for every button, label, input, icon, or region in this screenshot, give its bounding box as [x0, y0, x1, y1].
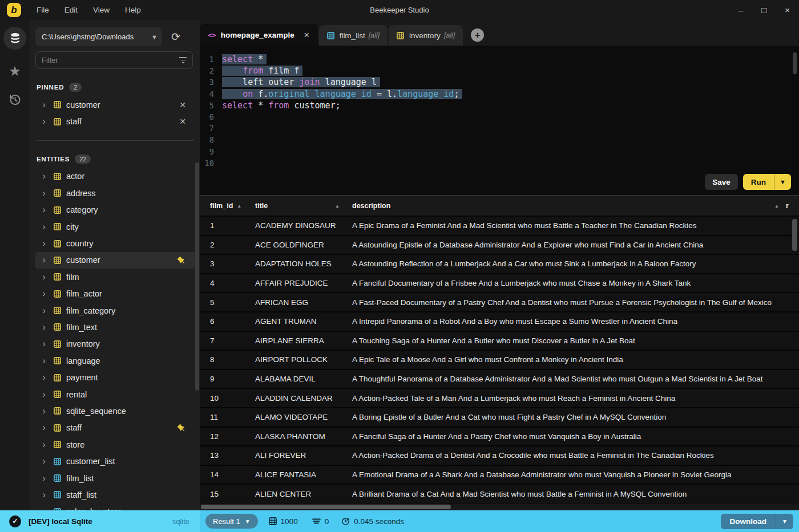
results-vertical-scrollbar[interactable]	[792, 219, 797, 251]
column-header-title[interactable]: title ▲	[249, 202, 346, 210]
cell-title[interactable]: ALASKA PHANTOM	[249, 432, 346, 441]
cell-film-id[interactable]: 4	[200, 279, 249, 287]
cell-description[interactable]: A Touching Saga of a Hunter And a Butler…	[346, 336, 799, 345]
cell-description[interactable]: A Boring Epistle of a Butler And a Cat w…	[346, 413, 799, 421]
table-row[interactable]: 9 ALABAMA DEVIL A Thoughtful Panorama of…	[200, 370, 799, 389]
cell-title[interactable]: ALIEN CENTER	[249, 490, 346, 498]
table-row[interactable]: 11 ALAMO VIDEOTAPE A Boring Epistle of a…	[200, 408, 799, 428]
database-tab-button[interactable]	[3, 27, 26, 50]
cell-film-id[interactable]: 1	[200, 221, 249, 230]
cell-title[interactable]: ADAPTATION HOLES	[249, 259, 346, 268]
sidebar-scrollbar[interactable]	[195, 163, 199, 391]
sidebar-item-city[interactable]: › city	[35, 218, 195, 235]
cell-description[interactable]: A Brilliant Drama of a Cat And a Mad Sci…	[346, 490, 799, 498]
table-row[interactable]: 12 ALASKA PHANTOM A Fanciful Saga of a H…	[200, 428, 799, 447]
sidebar-item-address[interactable]: › address	[35, 185, 195, 201]
tab-inventory[interactable]: inventory [all]	[389, 25, 463, 46]
cell-film-id[interactable]: 13	[200, 451, 249, 460]
pinned-item-customer[interactable]: › customer ✕	[35, 96, 195, 113]
table-row[interactable]: 7 AIRPLANE SIERRA A Touching Saga of a H…	[200, 332, 799, 351]
sidebar-item-customer[interactable]: › customer	[35, 252, 195, 269]
sidebar-item-category[interactable]: › category	[35, 202, 195, 218]
pin-icon[interactable]	[177, 257, 185, 264]
table-row[interactable]: 1 ACADEMY DINOSAUR A Epic Drama of a Fem…	[200, 217, 799, 236]
sidebar-item-country[interactable]: › country	[35, 235, 195, 251]
cell-title[interactable]: ACADEMY DINOSAUR	[249, 221, 346, 230]
connection-path-dropdown[interactable]: C:\Users\ghstng\Downloads ▼	[35, 27, 162, 46]
cell-description[interactable]: A Thoughtful Panorama of a Database Admi…	[346, 375, 799, 383]
cell-film-id[interactable]: 15	[200, 490, 249, 498]
menu-file[interactable]: File	[37, 6, 49, 14]
cell-title[interactable]: AFFAIR PREJUDICE	[249, 279, 346, 287]
cell-description[interactable]: A Action-Packed Tale of a Man And a Lumb…	[346, 394, 799, 403]
unpin-close-icon[interactable]: ✕	[179, 100, 186, 109]
sidebar-item-sqlite_sequence[interactable]: › sqlite_sequence	[35, 403, 195, 419]
table-row[interactable]: 10 ALADDIN CALENDAR A Action-Packed Tale…	[200, 389, 799, 408]
cell-title[interactable]: AIRPORT POLLOCK	[249, 355, 346, 364]
table-row[interactable]: 14 ALICE FANTASIA A Emotional Drama of a…	[200, 466, 799, 485]
cell-title[interactable]: ALI FOREVER	[249, 451, 346, 460]
cell-film-id[interactable]: 7	[200, 336, 249, 345]
chevron-right-icon[interactable]: ›	[39, 391, 49, 399]
column-header-clipped[interactable]: r	[786, 202, 799, 210]
download-options-caret-icon[interactable]: ▼	[776, 514, 793, 529]
sidebar-item-staff_list[interactable]: › staff_list	[35, 486, 195, 503]
chevron-right-icon[interactable]: ›	[39, 357, 49, 365]
cell-film-id[interactable]: 11	[200, 413, 249, 421]
chevron-right-icon[interactable]: ›	[39, 273, 49, 281]
download-button-label[interactable]: Download	[721, 514, 776, 529]
chevron-right-icon[interactable]: ›	[39, 101, 49, 109]
chevron-right-icon[interactable]: ›	[39, 189, 49, 197]
menu-view[interactable]: View	[93, 6, 110, 14]
cell-title[interactable]: ALICE FANTASIA	[249, 470, 346, 479]
close-icon[interactable]: ×	[785, 0, 790, 20]
table-row[interactable]: 15 ALIEN CENTER A Brilliant Drama of a C…	[200, 485, 799, 504]
cell-film-id[interactable]: 10	[200, 394, 249, 403]
tab-film_list[interactable]: film_list [all]	[319, 25, 388, 46]
sidebar-item-actor[interactable]: › actor	[35, 168, 195, 185]
cell-title[interactable]: ALAMO VIDEOTAPE	[249, 413, 346, 421]
menu-help[interactable]: Help	[125, 6, 141, 14]
maximize-icon[interactable]: □	[761, 0, 766, 20]
cell-description[interactable]: A Epic Drama of a Feminist And a Mad Sci…	[346, 221, 799, 230]
unpin-close-icon[interactable]: ✕	[179, 117, 186, 126]
cell-description[interactable]: A Fast-Paced Documentary of a Pastry Che…	[346, 298, 799, 307]
results-horizontal-scrollbar[interactable]	[200, 503, 799, 510]
sidebar-item-language[interactable]: › language	[35, 352, 195, 369]
cell-description[interactable]: A Astounding Epistle of a Database Admin…	[346, 241, 799, 249]
sidebar-item-rental[interactable]: › rental	[35, 386, 195, 403]
table-row[interactable]: 8 AIRPORT POLLOCK A Epic Tale of a Moose…	[200, 351, 799, 370]
pinned-item-staff[interactable]: › staff ✕	[35, 113, 195, 129]
cell-description[interactable]: A Action-Packed Drama of a Dentist And a…	[346, 451, 799, 460]
table-row[interactable]: 4 AFFAIR PREJUDICE A Fanciful Documentar…	[200, 274, 799, 294]
sidebar-item-sales_by_store[interactable]: › sales_by_store	[35, 503, 195, 510]
cell-description[interactable]: A Epic Tale of a Moose And a Girl who mu…	[346, 355, 799, 364]
chevron-right-icon[interactable]: ›	[39, 507, 49, 510]
cell-title[interactable]: AFRICAN EGG	[249, 298, 346, 307]
chevron-right-icon[interactable]: ›	[39, 407, 49, 415]
sidebar-item-film[interactable]: › film	[35, 269, 195, 285]
cell-film-id[interactable]: 6	[200, 317, 249, 326]
pin-icon[interactable]	[177, 424, 185, 432]
entity-filter-input[interactable]: Filter	[35, 51, 193, 69]
column-header-film-id[interactable]: film_id ▲	[200, 202, 249, 210]
sidebar-item-film_list[interactable]: › film_list	[35, 470, 195, 486]
chevron-right-icon[interactable]: ›	[39, 323, 49, 331]
cell-film-id[interactable]: 12	[200, 432, 249, 441]
favorites-star-icon[interactable]: ★	[9, 66, 21, 77]
sql-editor[interactable]: 1 select * 2 from film f 3 left outer jo…	[200, 46, 799, 195]
cell-description[interactable]: A Fanciful Documentary of a Frisbee And …	[346, 279, 799, 287]
scrollbar-thumb[interactable]	[201, 505, 451, 509]
cell-description[interactable]: A Astounding Reflection of a Lumberjack …	[346, 259, 799, 268]
table-row[interactable]: 13 ALI FOREVER A Action-Packed Drama of …	[200, 446, 799, 466]
refresh-icon[interactable]: ⟳	[171, 30, 180, 43]
sidebar-item-store[interactable]: › store	[35, 436, 195, 453]
column-header-description[interactable]: description ▲	[346, 202, 786, 210]
history-icon[interactable]	[8, 93, 22, 109]
cell-film-id[interactable]: 8	[200, 355, 249, 364]
cell-title[interactable]: ACE GOLDFINGER	[249, 241, 346, 249]
chevron-right-icon[interactable]: ›	[39, 206, 49, 214]
cell-title[interactable]: AGENT TRUMAN	[249, 317, 346, 326]
cell-description[interactable]: A Intrepid Panorama of a Robot And a Boy…	[346, 317, 799, 326]
sidebar-item-customer_list[interactable]: › customer_list	[35, 453, 195, 469]
